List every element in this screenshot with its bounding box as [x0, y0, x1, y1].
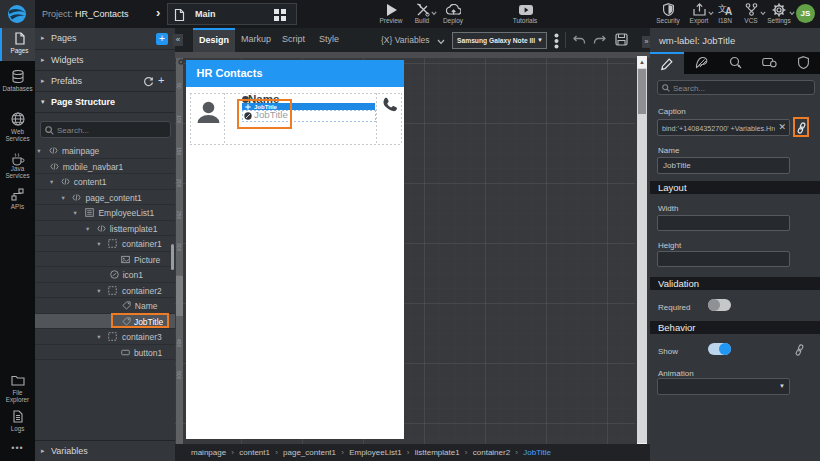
svg-text:A: A: [725, 6, 732, 16]
